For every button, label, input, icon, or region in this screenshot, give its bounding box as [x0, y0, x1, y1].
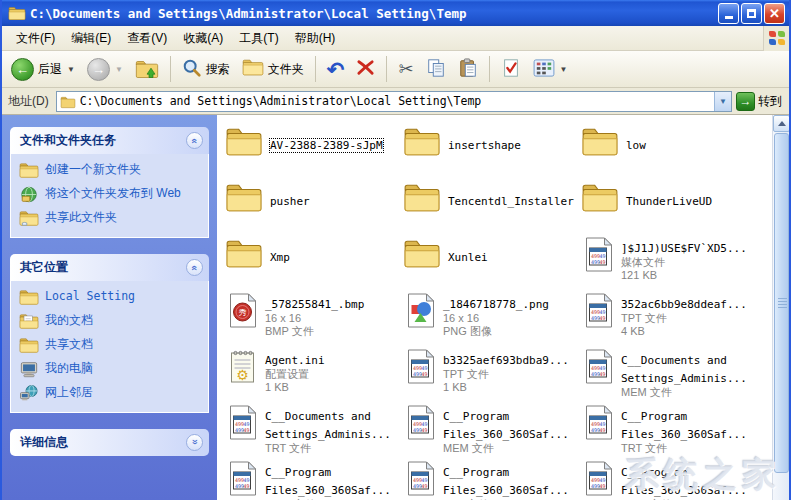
scroll-up-button[interactable]: [773, 115, 789, 132]
file-name: Agent.ini: [265, 354, 325, 367]
vertical-scrollbar[interactable]: [772, 115, 789, 500]
file-meta: 媒体文件: [621, 256, 747, 269]
address-bar: 地址(D) C:\Documents and Settings\Administ…: [2, 88, 789, 115]
properties-button[interactable]: [496, 55, 526, 84]
file-name: b3325aef693bdba9...: [443, 354, 569, 367]
go-button[interactable]: → 转到: [736, 92, 786, 111]
folder-icon: [403, 125, 441, 159]
file-item[interactable]: 4994949949C__Program Files_360_360Saf...…: [401, 405, 579, 461]
menu-tools[interactable]: 工具(T): [231, 27, 286, 50]
sidebar-item[interactable]: 我的电脑: [19, 361, 204, 378]
forward-button[interactable]: → ▼: [82, 55, 128, 84]
file-item[interactable]: 4994949949]$J1J)USE$FV`XD5...媒体文件121 KB: [579, 237, 757, 293]
folder-item[interactable]: Xunlei: [401, 237, 579, 293]
table-doc-file-icon: 4994949949: [228, 405, 258, 441]
file-item[interactable]: 4994949949b3325aef693bdba9...TPT 文件1 KB: [401, 349, 579, 405]
sidebar-item[interactable]: 共享文档: [19, 337, 204, 354]
up-button[interactable]: [130, 56, 164, 83]
file-grid: AV-2388-2389-sJpMinsertshapelowpusherTen…: [223, 125, 757, 500]
address-input[interactable]: C:\Documents and Settings\Administrator\…: [56, 91, 732, 112]
panel-details-header[interactable]: 详细信息 «: [10, 429, 209, 456]
back-button[interactable]: ← 后退 ▼: [6, 55, 80, 84]
menu-view[interactable]: 查看(V): [119, 27, 175, 50]
folder-item[interactable]: ThunderLiveUD: [579, 181, 757, 237]
file-meta: 4 KB: [621, 325, 747, 338]
file-meta: 配置设置: [265, 368, 391, 381]
undo-button[interactable]: ↶: [322, 56, 350, 83]
back-arrow-icon: ←: [11, 58, 34, 81]
maximize-button[interactable]: [741, 3, 762, 24]
collapse-chevron-icon[interactable]: «: [186, 259, 203, 276]
file-name: ThunderLiveUD: [626, 195, 712, 208]
sidebar-item[interactable]: 创建一个新文件夹: [19, 162, 204, 179]
undo-icon: ↶: [327, 59, 345, 80]
svg-text:⚙: ⚙: [236, 367, 249, 383]
file-item[interactable]: 4994949949C__Program Files_360_360Saf...…: [579, 461, 757, 500]
file-item[interactable]: 秀_578255841_.bmp16 x 16BMP 文件: [223, 293, 401, 349]
delete-button[interactable]: [351, 55, 380, 83]
expand-chevron-icon[interactable]: «: [186, 434, 203, 451]
file-item[interactable]: 4994949949352ac6bb9e8ddeaf...TPT 文件4 KB: [579, 293, 757, 349]
file-item[interactable]: ⚙Agent.ini配置设置1 KB: [223, 349, 401, 405]
folder-item[interactable]: Tencentdl_Installer: [401, 181, 579, 237]
menu-file[interactable]: 文件(F): [8, 27, 63, 50]
file-item[interactable]: 4994949949C__Program Files_360_360Saf...…: [579, 405, 757, 461]
folder-item[interactable]: low: [579, 125, 757, 181]
file-item[interactable]: _1846718778_.png16 x 16PNG 图像: [401, 293, 579, 349]
menu-edit[interactable]: 编辑(E): [63, 27, 119, 50]
sidebar-item[interactable]: Local Setting: [19, 289, 204, 306]
folder-item[interactable]: AV-2388-2389-sJpM: [223, 125, 401, 181]
file-meta: BMP 文件: [265, 325, 391, 338]
paste-button[interactable]: [453, 55, 483, 84]
file-name: Tencentdl_Installer: [448, 195, 574, 208]
views-button[interactable]: ▼: [528, 56, 573, 83]
folder-item[interactable]: insertshape: [401, 125, 579, 181]
folder-item[interactable]: Xmp: [223, 237, 401, 293]
panel-other-places-header[interactable]: 其它位置 «: [10, 254, 209, 281]
menu-help[interactable]: 帮助(H): [287, 27, 344, 50]
sidebar-item[interactable]: 网上邻居: [19, 385, 204, 402]
file-meta: TPT 文件: [443, 368, 569, 381]
share-folder-icon: [19, 210, 39, 227]
file-name: C__Program Files_360_360Saf...: [621, 466, 747, 497]
search-button[interactable]: 搜索: [177, 55, 235, 84]
table-doc-file-icon: 4994949949: [584, 461, 614, 497]
address-dropdown-icon[interactable]: ▼: [714, 92, 731, 111]
panel-file-tasks: 文件和文件夹任务 « 创建一个新文件夹将这个文件夹发布到 Web共享此文件夹: [10, 127, 209, 238]
folders-button[interactable]: 文件夹: [237, 55, 309, 83]
close-button[interactable]: ✕: [764, 3, 785, 24]
cut-button[interactable]: ✂: [393, 57, 418, 81]
svg-text:49: 49: [422, 483, 428, 489]
menu-favorites[interactable]: 收藏(A): [175, 27, 231, 50]
folder-item[interactable]: pusher: [223, 181, 401, 237]
table-doc-file-icon: 4994949949: [584, 405, 614, 441]
paste-icon: [458, 58, 478, 81]
title-bar[interactable]: C:\Documents and Settings\Administrator\…: [2, 0, 789, 26]
file-name: Xmp: [270, 251, 290, 264]
up-folder-icon: [135, 59, 159, 80]
file-meta: 1 KB: [265, 381, 391, 394]
file-item[interactable]: 4994949949C__Program Files_360_360Saf...…: [223, 461, 401, 500]
panel-file-tasks-header[interactable]: 文件和文件夹任务 «: [10, 127, 209, 154]
sidebar-item[interactable]: 共享此文件夹: [19, 210, 204, 227]
minimize-button[interactable]: [718, 3, 739, 24]
back-dropdown-icon[interactable]: ▼: [67, 65, 75, 74]
views-dropdown-icon[interactable]: ▼: [560, 65, 568, 74]
file-name: 352ac6bb9e8ddeaf...: [621, 298, 747, 311]
scrollbar-thumb[interactable]: [774, 133, 789, 473]
file-item[interactable]: 4994949949C__Documents and Settings_Admi…: [223, 405, 401, 461]
folders-icon: [242, 58, 264, 80]
file-list-area[interactable]: AV-2388-2389-sJpMinsertshapelowpusherTen…: [217, 115, 789, 500]
sidebar-item[interactable]: 将这个文件夹发布到 Web: [19, 186, 204, 203]
table-doc-file-icon: 4994949949: [406, 405, 436, 441]
ini-file-icon: ⚙: [228, 349, 258, 385]
table-doc-file-icon: 4994949949: [584, 349, 614, 385]
copy-button[interactable]: [421, 55, 451, 84]
sidebar-item-label: 共享文档: [45, 337, 93, 352]
file-item[interactable]: 4994949949C__Documents and Settings_Admi…: [579, 349, 757, 405]
sidebar-item[interactable]: 我的文档: [19, 313, 204, 330]
file-item[interactable]: 4994949949C__Program Files_360_360Saf...…: [401, 461, 579, 500]
collapse-chevron-icon[interactable]: «: [186, 132, 203, 149]
panel-details: 详细信息 «: [10, 429, 209, 456]
table-doc-file-icon: 4994949949: [406, 349, 436, 385]
